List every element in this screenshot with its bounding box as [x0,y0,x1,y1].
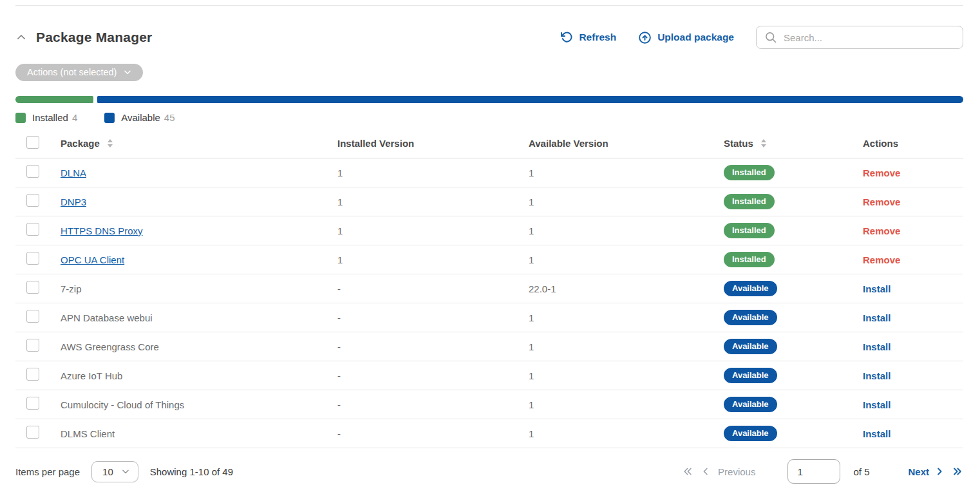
installed-version: 1 [337,225,529,236]
row-checkbox[interactable] [26,223,39,236]
package-name[interactable]: HTTPS DNS Proxy [61,225,143,236]
row-checkbox[interactable] [26,194,39,207]
available-version: 1 [529,341,724,352]
action-link[interactable]: Remove [863,167,900,178]
action-link[interactable]: Install [863,370,890,381]
package-name: APN Database webui [61,312,153,323]
package-name: 7-zip [61,283,82,294]
package-name: Cumulocity - Cloud of Things [61,399,184,410]
table-row: DLMS Client - 1 Available Install [15,419,963,448]
row-checkbox[interactable] [26,339,39,352]
last-page-button[interactable] [952,466,963,477]
action-link[interactable]: Install [863,341,890,352]
items-per-page-select[interactable]: 10 [91,461,138,482]
package-table: Package Installed Version Available Vers… [15,129,963,448]
sort-icon[interactable] [761,139,766,147]
package-ratio-bar [15,96,963,103]
available-count: 45 [164,112,175,123]
search-input[interactable] [784,32,955,43]
status-badge: Installed [724,194,775,209]
next-page-button[interactable]: Next [908,466,945,477]
column-header-installed-version: Installed Version [337,138,529,149]
table-row: Cumulocity - Cloud of Things - 1 Availab… [15,390,963,419]
available-version: 1 [529,254,724,265]
available-version: 1 [529,167,724,178]
action-link[interactable]: Remove [863,225,900,236]
installed-version: - [337,312,529,323]
action-link[interactable]: Remove [863,254,900,265]
installed-version: - [337,399,529,410]
available-version: 1 [529,370,724,381]
status-badge: Installed [724,165,775,180]
available-bar-segment [97,96,963,103]
action-link[interactable]: Install [863,399,890,410]
table-row: 7-zip - 22.0-1 Available Install [15,274,963,303]
row-checkbox[interactable] [26,426,39,439]
row-checkbox[interactable] [26,368,39,381]
status-badge: Available [724,281,777,296]
available-swatch [104,113,115,123]
collapse-chevron-up-icon[interactable] [15,32,27,43]
installed-version: - [337,428,529,439]
installed-version: - [337,341,529,352]
table-row: Azure IoT Hub - 1 Available Install [15,361,963,390]
row-checkbox[interactable] [26,397,39,410]
status-badge: Available [724,397,777,412]
row-checkbox[interactable] [26,165,39,178]
package-name[interactable]: DNP3 [61,196,86,207]
installed-version: - [337,283,529,294]
available-version: 1 [529,312,724,323]
action-link[interactable]: Install [863,312,890,323]
legend-item-available: Available 45 [104,112,174,123]
available-version: 1 [529,225,724,236]
package-name[interactable]: DLNA [61,167,86,178]
status-badge: Available [724,310,777,325]
showing-summary: Showing 1-10 of 49 [150,466,233,477]
available-version: 1 [529,196,724,207]
package-name[interactable]: OPC UA Client [61,254,124,265]
action-link[interactable]: Install [863,428,890,439]
row-checkbox[interactable] [26,252,39,265]
refresh-button[interactable]: Refresh [560,31,616,44]
page-count-label: of 5 [853,466,869,477]
installed-count: 4 [72,112,77,123]
select-all-checkbox[interactable] [26,136,39,149]
installed-version: 1 [337,254,529,265]
table-row: DNP3 1 1 Installed Remove [15,187,963,216]
column-header-package[interactable]: Package [61,138,337,149]
upload-package-button[interactable]: Upload package [638,31,734,44]
sort-icon[interactable] [108,139,113,147]
upload-icon [638,31,652,44]
first-page-button[interactable] [682,466,693,477]
search-icon [764,31,777,44]
table-header-row: Package Installed Version Available Vers… [15,129,963,158]
action-link[interactable]: Install [863,283,890,294]
status-badge: Installed [724,252,775,267]
package-name: DLMS Client [61,428,115,439]
table-row: HTTPS DNS Proxy 1 1 Installed Remove [15,216,963,245]
package-name: AWS Greengrass Core [61,341,159,352]
chevron-down-icon [123,68,132,77]
row-checkbox[interactable] [26,310,39,323]
status-badge: Available [724,426,777,441]
page-number-input[interactable] [787,459,840,484]
installed-version: - [337,370,529,381]
package-name: Azure IoT Hub [61,370,122,381]
table-body: DLNA 1 1 Installed Remove DNP3 1 1 Insta… [15,158,963,448]
status-badge: Available [724,368,777,383]
installed-bar-segment [15,96,93,103]
action-link[interactable]: Remove [863,196,900,207]
table-footer: Items per page 10 Showing 1-10 of 49 Pre… [15,459,963,484]
search-box [756,26,963,49]
table-row: AWS Greengrass Core - 1 Available Instal… [15,332,963,361]
available-version: 1 [529,428,724,439]
table-row: OPC UA Client 1 1 Installed Remove [15,245,963,274]
panel-header: Package Manager Refresh Upload package [15,26,963,49]
column-header-status[interactable]: Status [724,138,863,149]
actions-dropdown-button[interactable]: Actions (not selected) [15,64,143,81]
row-checkbox[interactable] [26,281,39,294]
installed-version: 1 [337,167,529,178]
status-badge: Installed [724,223,775,238]
table-row: DLNA 1 1 Installed Remove [15,158,963,187]
previous-page-button[interactable]: Previous [700,466,755,477]
